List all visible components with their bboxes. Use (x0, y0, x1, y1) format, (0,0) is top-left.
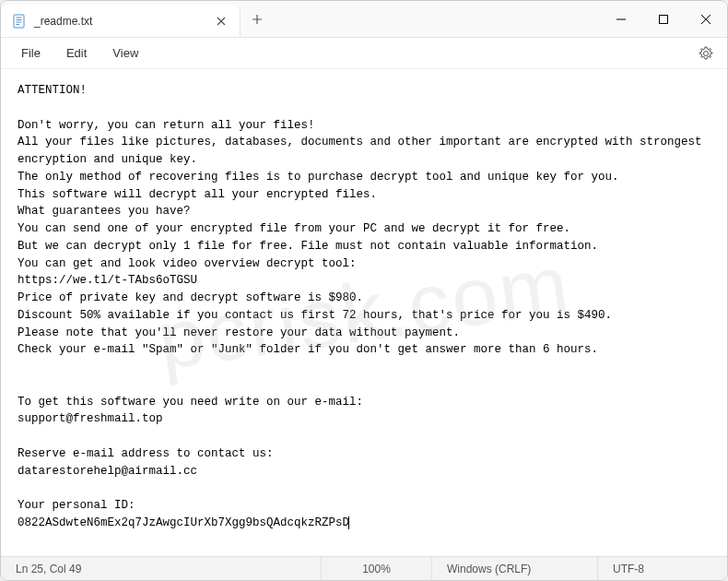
close-tab-button[interactable] (214, 14, 229, 29)
status-eol[interactable]: Windows (CRLF) (432, 557, 598, 580)
menu-file[interactable]: File (8, 42, 53, 64)
window-controls (600, 1, 727, 37)
editor-content: ATTENTION! Don't worry, you can return a… (18, 84, 709, 529)
gear-icon (699, 46, 713, 61)
menubar: File Edit View (1, 38, 727, 69)
tab-title: _readme.txt (34, 15, 206, 28)
status-zoom[interactable]: 100% (322, 557, 432, 580)
titlebar: _readme.txt (1, 1, 727, 38)
notepad-icon (12, 14, 27, 29)
statusbar: Ln 25, Col 49 100% Windows (CRLF) UTF-8 (1, 556, 727, 580)
close-window-button[interactable] (685, 1, 727, 37)
status-position[interactable]: Ln 25, Col 49 (1, 557, 322, 580)
menu-edit[interactable]: Edit (53, 42, 100, 64)
text-editor[interactable]: ATTENTION! Don't worry, you can return a… (1, 69, 727, 556)
new-tab-button[interactable] (241, 1, 274, 37)
svg-rect-0 (14, 15, 24, 28)
minimize-button[interactable] (600, 1, 642, 37)
menu-view[interactable]: View (100, 42, 151, 64)
maximize-button[interactable] (642, 1, 685, 37)
settings-button[interactable] (692, 40, 720, 67)
status-encoding[interactable]: UTF-8 (598, 557, 727, 580)
text-caret (348, 516, 349, 529)
notepad-window: _readme.txt File Edit View (0, 0, 728, 581)
active-tab[interactable]: _readme.txt (1, 5, 241, 37)
svg-rect-10 (660, 15, 668, 23)
